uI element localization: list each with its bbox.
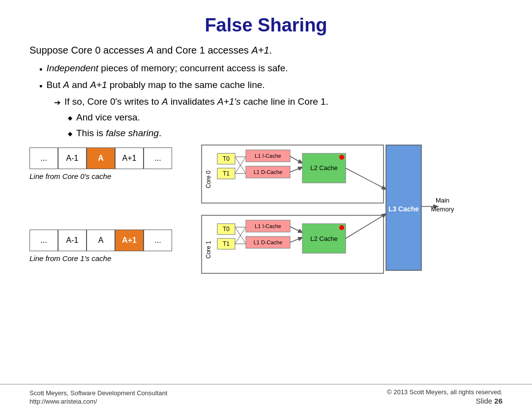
main-memory-label-line2: Memory — [431, 205, 454, 213]
architecture-svg: Core 0 T0 T1 L1 I-Cache L1 D-Cache — [197, 143, 472, 285]
svg-line-24 — [290, 237, 302, 242]
cache-cell-1-ellipsis1: ... — [30, 230, 58, 251]
bullet-arrow-icon — [54, 98, 60, 107]
footer-url: http://www.aristeia.com/ — [30, 398, 167, 405]
diagram-area: ... A-1 A A+1 ... Line from Core 0's cac… — [30, 147, 502, 287]
intro-paragraph: Suppose Core 0 accesses A and Core 1 acc… — [30, 45, 502, 56]
sub-sub-bullets: And vice versa. This is false sharing. — [68, 112, 502, 139]
cache-line-0: ... A-1 A A+1 ... — [30, 147, 172, 169]
cache-cell-1-A-plus1: A+1 — [115, 230, 144, 251]
core0-t0-label: T0 — [223, 155, 230, 162]
footer-right: © 2013 Scott Meyers, all rights reserved… — [387, 388, 502, 405]
svg-line-13 — [346, 168, 386, 189]
sub-sub-italic-false-sharing: false sharing — [106, 128, 159, 138]
cache-cell-0-ellipsis1: ... — [30, 147, 58, 169]
cache-cell-0-A-plus1: A+1 — [115, 147, 144, 169]
svg-point-26 — [339, 225, 344, 230]
svg-line-27 — [346, 214, 386, 238]
sub-italic-A: A — [162, 96, 168, 107]
slide-title: False Sharing — [30, 15, 502, 36]
core0-l2-label: L2 Cache — [310, 164, 338, 172]
cache-line-0-container: ... A-1 A A+1 ... Line from Core 0's cac… — [30, 147, 172, 180]
core1-t0-label: T0 — [223, 226, 230, 233]
bullet-item-2: But A and A+1 probably map to the same c… — [39, 80, 502, 91]
core0-t1-label: T1 — [223, 170, 230, 177]
cache-line-1: ... A-1 A A+1 ... — [30, 230, 172, 251]
core1-l1d-label: L1 D-Cache — [254, 239, 283, 245]
footer: Scott Meyers, Software Development Consu… — [0, 384, 532, 409]
sub-sub-bullet-1: And vice versa. — [68, 112, 502, 123]
cache-cell-1-A: A — [87, 230, 115, 251]
l3-cache-label: L3 Cache — [388, 205, 419, 213]
core1-l2-label: L2 Cache — [310, 235, 338, 242]
bullet-diamond-icon-2 — [68, 129, 72, 137]
bullet-text-1: Independent pieces of memory; concurrent… — [46, 63, 288, 74]
intro-italic-A1: A+1 — [251, 45, 269, 56]
svg-line-10 — [290, 167, 302, 172]
footer-left: Scott Meyers, Software Development Consu… — [30, 389, 167, 405]
sub-italic-A1: A+1's — [217, 96, 240, 107]
core1-t1-label: T1 — [223, 240, 230, 247]
cache-line-1-label: Line from Core 1's cache — [30, 254, 172, 263]
sub-bullet-text-arrow: If so, Core 0's writes to A invalidates … — [64, 96, 328, 107]
core0-l1i-label: L1 I-Cache — [255, 153, 281, 159]
bullet-italic-A1: A+1 — [90, 80, 107, 90]
slide-number: Slide 26 — [476, 397, 502, 405]
bullet-text-2: But A and A+1 probably map to the same c… — [46, 80, 265, 90]
core1-l1i-label: L1 I-Cache — [255, 223, 281, 229]
bullet-square-icon-2 — [39, 81, 42, 91]
cache-cell-1-ellipsis2: ... — [144, 230, 172, 251]
core0-l1d-label: L1 D-Cache — [254, 169, 283, 175]
bullet-italic-A: A — [63, 80, 69, 90]
core0-label: Core 0 — [205, 171, 212, 188]
bullet-square-icon-1 — [39, 64, 42, 75]
svg-line-23 — [290, 227, 302, 233]
sub-bullet-arrow: If so, Core 0's writes to A invalidates … — [54, 96, 502, 107]
main-memory-label-line1: Main — [436, 197, 449, 204]
cpu-diagram: Core 0 T0 T1 L1 I-Cache L1 D-Cache — [197, 143, 472, 287]
bullet-item-1: Independent pieces of memory; concurrent… — [39, 63, 502, 75]
cache-line-1-container: ... A-1 A A+1 ... Line from Core 1's cac… — [30, 230, 172, 263]
cache-cell-0-ellipsis2: ... — [144, 147, 172, 169]
cache-cell-0-A: A — [87, 147, 115, 169]
footer-author: Scott Meyers, Software Development Consu… — [30, 389, 167, 397]
slide-number-value: 26 — [494, 397, 502, 405]
sub-sub-text-1: And vice versa. — [76, 112, 140, 123]
intro-italic-A: A — [147, 45, 153, 56]
left-diagrams: ... A-1 A A+1 ... Line from Core 0's cac… — [30, 147, 172, 263]
bullet-diamond-icon-1 — [68, 114, 72, 121]
bullet-list: Independent pieces of memory; concurrent… — [39, 63, 502, 139]
cache-line-0-label: Line from Core 0's cache — [30, 172, 172, 180]
sub-sub-text-2: This is false sharing. — [76, 128, 161, 139]
sub-bullets-1: If so, Core 0's writes to A invalidates … — [54, 96, 502, 139]
svg-line-9 — [290, 156, 302, 163]
slide-container: False Sharing Suppose Core 0 accesses A … — [0, 0, 532, 409]
svg-point-12 — [339, 155, 344, 160]
core1-label: Core 1 — [205, 241, 212, 259]
cache-cell-1-A-minus1: A-1 — [58, 230, 87, 251]
sub-sub-bullet-2: This is false sharing. — [68, 128, 502, 139]
bullet-italic-independent: Independent — [46, 63, 98, 73]
footer-copyright: © 2013 Scott Meyers, all rights reserved… — [387, 388, 502, 396]
cache-cell-0-A-minus1: A-1 — [58, 147, 87, 169]
